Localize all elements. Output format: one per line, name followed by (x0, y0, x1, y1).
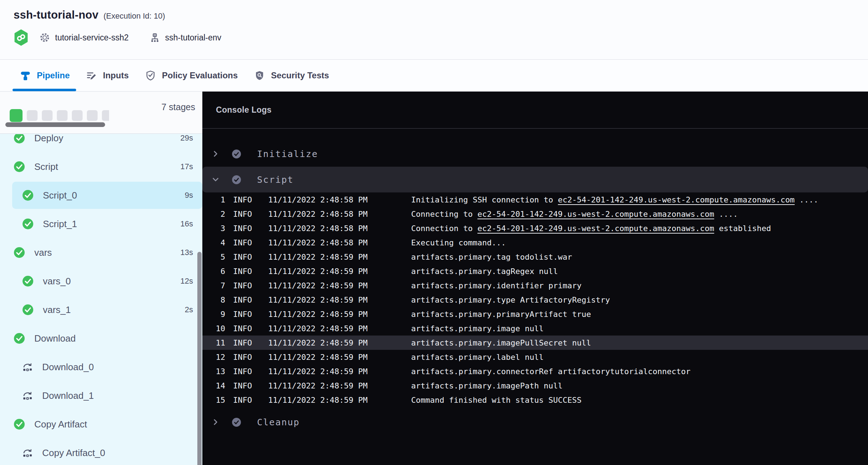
stage-square-pending[interactable] (102, 110, 109, 121)
stage-duration: 2s (185, 305, 202, 314)
log-line-4[interactable]: 4INFO11/11/2022 2:48:58 PMExecuting comm… (202, 235, 868, 250)
host-link[interactable]: ec2-54-201-142-249.us-west-2.compute.ama… (477, 210, 714, 219)
log-line-12[interactable]: 12INFO11/11/2022 2:48:59 PMartifacts.pri… (202, 350, 868, 364)
log-line-14[interactable]: 14INFO11/11/2022 2:48:59 PMartifacts.pri… (202, 378, 868, 393)
log-line-13[interactable]: 13INFO11/11/2022 2:48:59 PMartifacts.pri… (202, 364, 868, 378)
host-link[interactable]: ec2-54-201-142-249.us-west-2.compute.ama… (477, 224, 714, 233)
log-line-5[interactable]: 5INFO11/11/2022 2:48:59 PMartifacts.prim… (202, 250, 868, 264)
console-panel: Console Logs Initialize (202, 92, 868, 465)
stage-success-icon (14, 418, 25, 430)
log-timestamp: 11/11/2022 2:48:59 PM (268, 367, 411, 376)
log-message: artifacts.primary.type ArtifactoryRegist… (411, 295, 610, 304)
stage-row-copy-artifact[interactable]: Copy Artifact (0, 410, 202, 439)
stage-strip-scrollbar[interactable] (5, 122, 105, 127)
log-line-11[interactable]: 11INFO11/11/2022 2:48:59 PMartifacts.pri… (202, 336, 868, 350)
stage-row-download-1[interactable]: Download_1 (0, 381, 202, 410)
log-level: INFO (233, 238, 252, 247)
stage-row-copy-artifact-0[interactable]: Copy Artifact_0 (0, 439, 202, 465)
stage-square-completed[interactable] (10, 109, 23, 122)
success-status-badge-icon (14, 29, 29, 46)
stage-progress-squares[interactable] (10, 109, 109, 122)
log-level: INFO (233, 295, 252, 304)
stage-square-pending[interactable] (27, 110, 38, 121)
host-link[interactable]: ec2-54-201-142-249.us-west-2.compute.ama… (558, 195, 795, 204)
console-title: Console Logs (216, 105, 272, 115)
environment-name[interactable]: ssh-tutorial-env (165, 33, 221, 43)
stage-row-script[interactable]: Script17s (0, 152, 202, 181)
log-timestamp: 11/11/2022 2:48:59 PM (268, 267, 411, 276)
log-message: artifacts.primary.tag todolist.war (411, 253, 572, 261)
log-line-number: 15 (202, 396, 225, 405)
log-line-number: 3 (202, 224, 225, 233)
log-section-cleanup[interactable]: Cleanup (202, 409, 868, 435)
stage-square-pending[interactable] (72, 110, 83, 121)
stage-square-pending[interactable] (42, 110, 53, 121)
tab-security-tests[interactable]: Security Tests (254, 60, 329, 91)
log-timestamp: 11/11/2022 2:48:59 PM (268, 324, 411, 333)
stage-success-icon (14, 161, 25, 172)
stage-square-pending[interactable] (57, 110, 68, 121)
stage-row-download[interactable]: Download (0, 324, 202, 353)
step-success-icon (232, 417, 241, 427)
log-line-1[interactable]: 1INFO11/11/2022 2:48:58 PMInitializing S… (202, 192, 868, 207)
log-line-7[interactable]: 7INFO11/11/2022 2:48:59 PMartifacts.prim… (202, 278, 868, 293)
log-line-number: 1 (202, 195, 225, 204)
stage-name: Copy Artifact_0 (42, 447, 105, 459)
stage-sidebar: 7 stages Deploy29sScript17sScript_09sScr… (0, 92, 202, 465)
log-line-number: 2 (202, 210, 225, 219)
stage-row-vars-1[interactable]: vars_12s (0, 295, 202, 324)
tab-inputs[interactable]: Inputs (86, 60, 129, 91)
stage-square-pending[interactable] (87, 110, 98, 121)
log-timestamp: 11/11/2022 2:48:59 PM (268, 281, 411, 290)
environment-icon (149, 32, 160, 43)
log-message: Connecting to ec2-54-201-142-249.us-west… (411, 210, 738, 219)
stage-row-script-1[interactable]: Script_116s (0, 210, 202, 238)
log-section-initialize[interactable]: Initialize (202, 141, 868, 167)
stage-row-script-0[interactable]: Script_09s (0, 181, 202, 210)
log-line-10[interactable]: 10INFO11/11/2022 2:48:59 PMartifacts.pri… (202, 321, 868, 336)
stage-progress-strip: 7 stages (0, 92, 202, 134)
stage-success-icon (22, 218, 34, 230)
stage-duration: 17s (181, 162, 202, 171)
log-level: INFO (233, 281, 252, 290)
log-message: artifacts.primary.image null (411, 324, 544, 333)
command-step-icon (22, 447, 33, 458)
log-timestamp: 11/11/2022 2:48:59 PM (268, 396, 411, 405)
log-line-6[interactable]: 6INFO11/11/2022 2:48:59 PMartifacts.prim… (202, 264, 868, 278)
log-line-number: 11 (202, 338, 225, 347)
stage-name: vars (34, 247, 52, 258)
stage-row-download-0[interactable]: Download_0 (0, 353, 202, 381)
log-line-number: 6 (202, 267, 225, 276)
log-line-3[interactable]: 3INFO11/11/2022 2:48:58 PMConnection to … (202, 221, 868, 235)
tab-bar: Pipeline Inputs Policy Evaluations (0, 59, 868, 92)
stage-duration: 29s (181, 134, 202, 143)
log-line-15[interactable]: 15INFO11/11/2022 2:48:59 PMCommand finis… (202, 393, 868, 407)
tab-policy-evaluations[interactable]: Policy Evaluations (145, 60, 238, 91)
execution-id: (Execution Id: 10) (103, 11, 165, 21)
log-line-9[interactable]: 9INFO11/11/2022 2:48:59 PMartifacts.prim… (202, 307, 868, 321)
log-line-2[interactable]: 2INFO11/11/2022 2:48:58 PMConnecting to … (202, 207, 868, 221)
stage-row-vars-0[interactable]: vars_012s (0, 267, 202, 295)
log-timestamp: 11/11/2022 2:48:58 PM (268, 238, 411, 247)
log-section-script[interactable]: Script (202, 167, 868, 192)
stage-row-vars[interactable]: vars13s (0, 238, 202, 267)
log-timestamp: 11/11/2022 2:48:58 PM (268, 195, 411, 204)
log-line-number: 12 (202, 353, 225, 362)
service-name[interactable]: tutorial-service-ssh2 (55, 33, 129, 43)
log-message: Executing command... (411, 238, 506, 247)
log-message: artifacts.primary.primaryArtifact true (411, 310, 591, 319)
log-line-number: 14 (202, 381, 225, 390)
tab-inputs-label: Inputs (103, 70, 129, 80)
log-message: artifacts.primary.imagePath null (411, 381, 563, 390)
log-level: INFO (233, 367, 252, 376)
tab-policy-evaluations-label: Policy Evaluations (162, 70, 238, 80)
tab-pipeline[interactable]: Pipeline (20, 60, 70, 91)
stage-row-deploy[interactable]: Deploy29s (0, 134, 202, 152)
stage-success-icon (22, 190, 34, 201)
stage-name: Copy Artifact (34, 419, 87, 430)
log-section-label: Cleanup (257, 417, 300, 427)
log-line-8[interactable]: 8INFO11/11/2022 2:48:59 PMartifacts.prim… (202, 293, 868, 307)
chevron-right-icon (211, 149, 220, 158)
log-message: Initializing SSH connection to ec2-54-20… (411, 195, 818, 204)
log-timestamp: 11/11/2022 2:48:59 PM (268, 310, 411, 319)
